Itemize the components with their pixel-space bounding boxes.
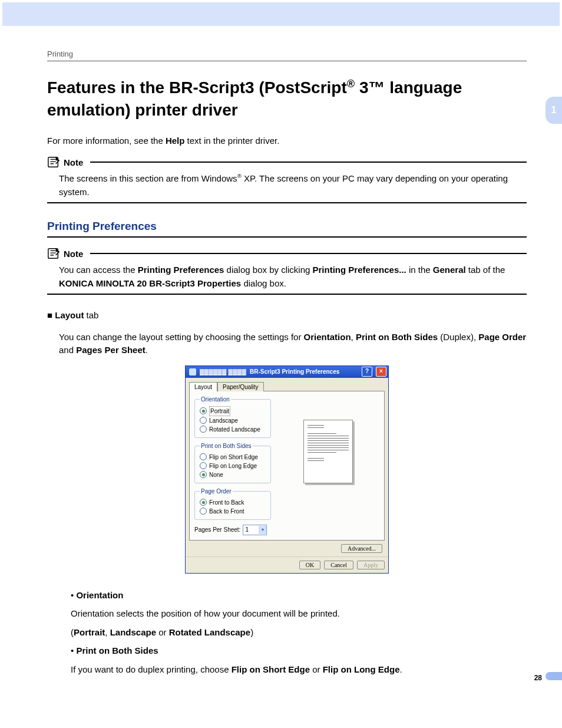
- layout-tab-heading: Layout tab: [47, 309, 527, 322]
- chapter-tab: 1: [546, 97, 562, 124]
- help-button[interactable]: ?: [362, 367, 372, 377]
- pages-per-sheet-select[interactable]: 1▾: [243, 525, 267, 535]
- note-block-2: Note You can access the Printing Prefere…: [47, 247, 527, 295]
- note-rule-bottom: [47, 294, 527, 295]
- radio-landscape[interactable]: Landscape: [200, 416, 267, 425]
- radio-flip-short-edge[interactable]: Flip on Short Edge: [200, 453, 267, 462]
- group-both-sides: Print on Both Sides Flip on Short Edge F…: [194, 443, 271, 483]
- bullet-orientation-body: Orientation selects the position of how …: [71, 606, 527, 621]
- dialog-titlebar: ▓▓▓▓▓▓ ▓▓▓▓ BR-Script3 Printing Preferen…: [186, 366, 388, 378]
- page-number: 28: [534, 674, 542, 682]
- section-label: Printing: [47, 50, 527, 58]
- bullet-bothsides-body: If you want to do duplex printing, choos…: [71, 662, 527, 677]
- radio-front-to-back[interactable]: Front to Back: [200, 498, 267, 507]
- note-block-1: Note The screens in this section are fro…: [47, 156, 527, 203]
- top-strip: [2, 2, 560, 26]
- radio-portrait[interactable]: Portrait: [200, 406, 267, 416]
- radio-back-to-front[interactable]: Back to Front: [200, 507, 267, 516]
- page-content: 1 28 Printing Features in the BR-Script3…: [0, 26, 562, 704]
- close-button[interactable]: ×: [376, 367, 386, 377]
- dialog-tabs: Layout Paper/Quality: [186, 378, 388, 391]
- note-rule-bottom: [47, 202, 527, 203]
- radio-none[interactable]: None: [200, 470, 267, 479]
- group-orientation: Orientation Portrait Landscape Rotated L…: [194, 396, 271, 438]
- legend-orientation: Orientation: [200, 396, 231, 403]
- apply-button[interactable]: Apply: [357, 561, 385, 569]
- group-page-order: Page Order Front to Back Back to Front: [194, 488, 271, 520]
- page-number-tab: [546, 672, 562, 680]
- bullet-orientation-options: (Portrait, Landscape or Rotated Landscap…: [71, 625, 527, 640]
- note-icon: [47, 156, 60, 169]
- advanced-button[interactable]: Advanced...: [341, 544, 382, 553]
- dialog-title: BR-Script3 Printing Preferences: [250, 368, 339, 375]
- radio-rotated-landscape[interactable]: Rotated Landscape: [200, 425, 267, 434]
- note-body: You can access the Printing Preferences …: [59, 263, 527, 290]
- note-rule: [90, 253, 527, 254]
- note-icon: [47, 247, 60, 260]
- intro-text: For more information, see the Help text …: [47, 134, 527, 148]
- page-title: Features in the BR-Script3 (PostScript® …: [47, 77, 527, 121]
- tab-layout[interactable]: Layout: [189, 382, 217, 391]
- legend-both-sides: Print on Both Sides: [200, 443, 253, 449]
- cancel-button[interactable]: Cancel: [324, 561, 353, 569]
- subsection-rule: [47, 236, 527, 238]
- note-label: Note: [64, 157, 83, 167]
- section-rule: [47, 61, 527, 61]
- bullet-bothsides-title: Print on Both Sides: [71, 643, 527, 658]
- ok-button[interactable]: OK: [299, 561, 320, 569]
- tab-panel-layout: Orientation Portrait Landscape Rotated L…: [189, 391, 385, 541]
- app-icon: [189, 368, 196, 375]
- note-label: Note: [64, 249, 83, 259]
- app-name-redacted: ▓▓▓▓▓▓ ▓▓▓▓: [200, 368, 246, 375]
- layout-tab-body: You can change the layout setting by cho…: [59, 331, 527, 357]
- note-body: The screens in this section are from Win…: [59, 172, 527, 199]
- bullet-orientation-title: Orientation: [71, 588, 527, 603]
- radio-flip-long-edge[interactable]: Flip on Long Edge: [200, 462, 267, 470]
- pages-per-sheet-label: Pages Per Sheet:: [194, 526, 240, 533]
- layout-preview: [303, 420, 353, 483]
- chevron-down-icon: ▾: [259, 526, 266, 534]
- tab-paper-quality[interactable]: Paper/Quality: [217, 382, 264, 391]
- subsection-title: Printing Preferences: [47, 220, 527, 233]
- note-rule: [90, 162, 527, 163]
- legend-page-order: Page Order: [200, 488, 233, 495]
- printing-preferences-dialog: ▓▓▓▓▓▓ ▓▓▓▓ BR-Script3 Printing Preferen…: [185, 365, 389, 574]
